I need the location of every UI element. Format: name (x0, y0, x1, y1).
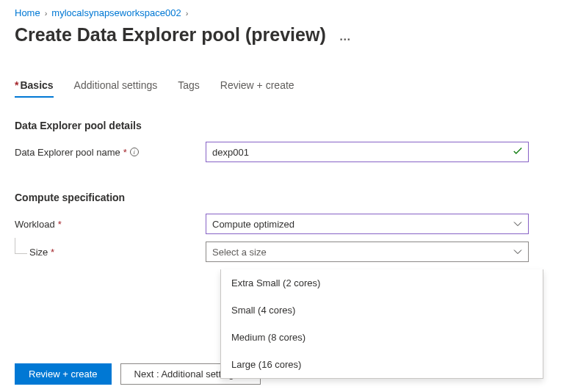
required-star: * (15, 79, 18, 91)
size-option-medium[interactable]: Medium (8 cores) (221, 324, 543, 351)
workload-select[interactable]: Compute optimized (206, 214, 529, 234)
check-icon (513, 146, 523, 159)
size-option-small[interactable]: Small (4 cores) (221, 297, 543, 324)
tab-basics[interactable]: *Basics (15, 79, 54, 97)
section-pool-details: Data Explorer pool details (15, 120, 549, 131)
workload-label: Workload (15, 219, 55, 230)
section-compute: Compute specification (15, 192, 549, 203)
info-icon[interactable]: i (130, 148, 139, 156)
size-option-large[interactable]: Large (16 cores) (221, 351, 543, 378)
chevron-down-icon (513, 247, 522, 256)
tabs: *Basics Additional settings Tags Review … (15, 79, 549, 98)
page-title: Create Data Explorer pool (preview) (15, 24, 326, 46)
required-star: * (51, 247, 54, 258)
size-label: Size (29, 247, 48, 258)
pool-name-label: Data Explorer pool name (15, 147, 120, 158)
more-icon[interactable]: … (339, 30, 352, 43)
tab-additional-settings[interactable]: Additional settings (74, 79, 158, 97)
size-dropdown: Extra Small (2 cores) Small (4 cores) Me… (220, 269, 543, 379)
size-placeholder: Select a size (212, 247, 267, 258)
tab-review-create[interactable]: Review + create (220, 79, 294, 97)
pool-name-input[interactable] (206, 142, 529, 162)
size-option-extra-small[interactable]: Extra Small (2 cores) (221, 269, 543, 297)
breadcrumb-workspace[interactable]: mylocalsynapseworkspace002 (51, 7, 181, 18)
chevron-right-icon: › (45, 9, 48, 18)
required-star: * (123, 147, 127, 158)
breadcrumb: Home › mylocalsynapseworkspace002 › (15, 6, 549, 24)
chevron-down-icon (513, 219, 522, 228)
workload-value: Compute optimized (212, 219, 294, 230)
required-star: * (58, 219, 62, 230)
breadcrumb-home[interactable]: Home (15, 7, 40, 18)
tab-tags[interactable]: Tags (178, 79, 200, 97)
chevron-right-icon: › (186, 9, 189, 18)
size-select[interactable]: Select a size (206, 242, 529, 262)
review-create-button[interactable]: Review + create (15, 363, 112, 385)
